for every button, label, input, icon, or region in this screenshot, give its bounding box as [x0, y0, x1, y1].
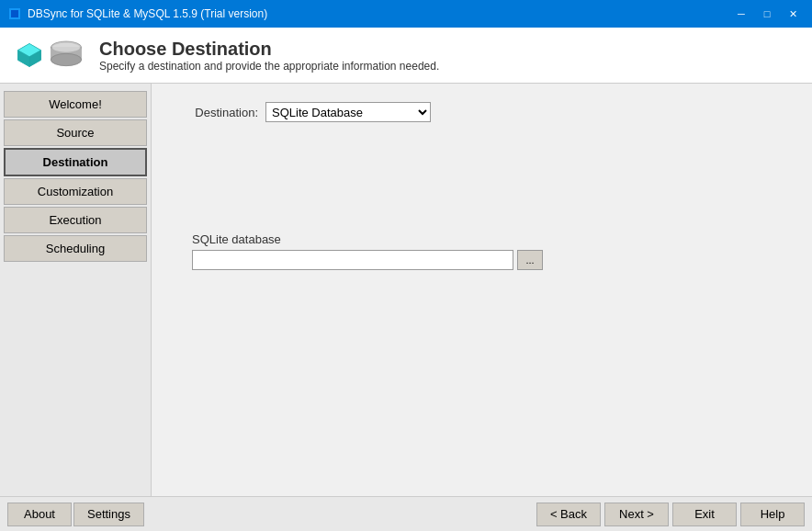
main-panel: Destination: SQLite Database MySQL Datab… [152, 84, 812, 496]
header-text: Choose Destination Specify a destination… [99, 39, 439, 73]
minimize-button[interactable]: ─ [729, 5, 753, 23]
sidebar-item-execution[interactable]: Execution [4, 207, 147, 233]
page-subtitle: Specify a destination and provide the ap… [99, 60, 439, 73]
close-button[interactable]: ✕ [781, 5, 805, 23]
footer: About Settings < Back Next > Exit Help [0, 496, 812, 531]
sqlite-path-input[interactable] [192, 250, 513, 270]
browse-button[interactable]: ... [517, 250, 543, 270]
svg-point-8 [51, 53, 81, 65]
svg-rect-1 [11, 10, 18, 17]
sidebar-item-source[interactable]: Source [4, 119, 147, 146]
destination-form-row: Destination: SQLite Database MySQL Datab… [174, 102, 790, 122]
destination-label: Destination: [174, 106, 265, 119]
sqlite-input-row: ... [192, 250, 790, 270]
cube-icon [15, 40, 44, 70]
app-icon [7, 6, 22, 21]
settings-button[interactable]: Settings [73, 503, 144, 526]
about-button[interactable]: About [7, 503, 72, 526]
sidebar-item-destination[interactable]: Destination [4, 148, 147, 176]
sqlite-section: SQLite database ... [174, 232, 790, 270]
sidebar: Welcome! Source Destination Customizatio… [0, 84, 152, 496]
window-title: DBSync for SQLite & MySQL 1.5.9 (Trial v… [28, 7, 729, 20]
destination-select[interactable]: SQLite Database MySQL Database [265, 102, 431, 122]
title-bar: DBSync for SQLite & MySQL 1.5.9 (Trial v… [0, 0, 812, 28]
window-controls: ─ □ ✕ [729, 5, 805, 23]
sidebar-item-scheduling[interactable]: Scheduling [4, 235, 147, 262]
page-title: Choose Destination [99, 39, 439, 60]
app-logo [15, 37, 85, 73]
sidebar-item-customization[interactable]: Customization [4, 178, 147, 205]
svg-point-9 [52, 43, 80, 52]
sqlite-section-label: SQLite database [192, 232, 790, 246]
back-button[interactable]: < Back [536, 503, 601, 526]
disk-icon [48, 37, 85, 73]
app-body: Choose Destination Specify a destination… [0, 28, 812, 531]
maximize-button[interactable]: □ [755, 5, 779, 23]
header-area: Choose Destination Specify a destination… [0, 28, 812, 84]
next-button[interactable]: Next > [604, 503, 669, 526]
content-area: Welcome! Source Destination Customizatio… [0, 84, 812, 496]
footer-right: < Back Next > Exit Help [536, 503, 805, 526]
footer-left: About Settings [7, 503, 144, 526]
help-button[interactable]: Help [740, 503, 805, 526]
exit-button[interactable]: Exit [672, 503, 737, 526]
sidebar-item-welcome[interactable]: Welcome! [4, 91, 147, 118]
